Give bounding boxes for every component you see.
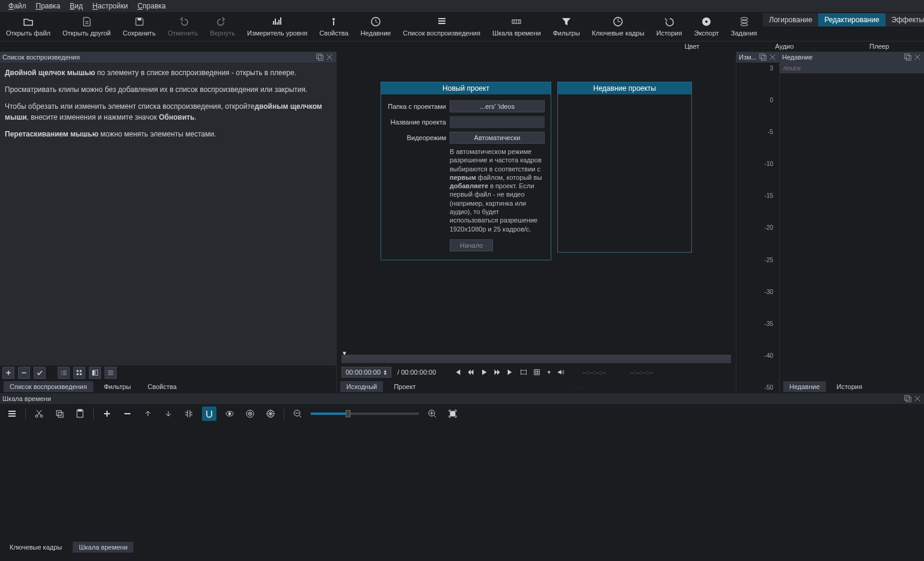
filters-button[interactable]: Фильтры <box>547 12 586 41</box>
playlist-view-icons-icon[interactable] <box>89 367 101 379</box>
timecode-input[interactable]: 00:00:00:00 ▲▼ <box>341 367 391 378</box>
paste-icon[interactable] <box>73 406 87 421</box>
db-tick: -40 <box>736 352 777 359</box>
playlist-view-list-icon[interactable] <box>105 367 117 379</box>
playlist-button[interactable]: Список воспроизведения <box>397 12 486 41</box>
zoom-slider[interactable] <box>311 412 419 415</box>
mode-tab-effects[interactable]: Эффекты <box>886 13 924 26</box>
ripple-icon[interactable] <box>243 406 257 421</box>
skip-end-icon[interactable] <box>507 369 514 376</box>
menu-справка[interactable]: Справка <box>133 1 171 11</box>
scrubber[interactable]: ▼ <box>337 349 736 364</box>
center-tab-project[interactable]: Проект <box>388 381 421 392</box>
overwrite-icon[interactable] <box>161 406 176 421</box>
cut-icon[interactable] <box>32 406 46 421</box>
footer-tab-timeline[interactable]: Шкала времени <box>73 542 133 553</box>
footer-tab-keyframes[interactable]: Ключевые кадры <box>4 542 68 553</box>
playlist-add-button[interactable] <box>2 367 14 379</box>
menu-вид[interactable]: Вид <box>65 1 88 11</box>
timeline-menu-icon[interactable] <box>5 406 19 421</box>
panel-float-icon[interactable] <box>904 394 912 403</box>
export-button[interactable]: Экспорт <box>688 12 724 41</box>
svg-rect-25 <box>906 397 911 402</box>
remove-icon[interactable] <box>120 406 135 421</box>
menu-файл[interactable]: Файл <box>4 1 31 11</box>
copy-icon[interactable] <box>52 406 67 421</box>
properties-button[interactable]: Свойства <box>313 12 354 41</box>
left-tab-playlist[interactable]: Список воспроизведения <box>4 381 93 392</box>
center-tab-source[interactable]: Исходный <box>340 381 383 392</box>
main-toolbar: Открыть файлОткрыть другойСохранитьОтмен… <box>0 12 924 41</box>
scrub-audio-icon[interactable] <box>222 406 237 421</box>
db-tick: -25 <box>736 257 777 263</box>
playlist-view-detailed-icon[interactable] <box>58 367 70 379</box>
new-project-panel: Новый проект Папка с проектами ...ers' '… <box>381 82 551 260</box>
project-name-input[interactable] <box>450 116 545 128</box>
playlist-remove-button[interactable] <box>18 367 30 379</box>
level-meter-button[interactable]: Измеритель уровня <box>241 12 313 41</box>
panel-close-icon[interactable] <box>768 53 777 61</box>
panel-float-icon[interactable] <box>759 53 767 61</box>
step-fwd-icon[interactable] <box>494 369 501 376</box>
append-icon[interactable] <box>100 406 114 421</box>
svg-point-7 <box>705 20 708 23</box>
panel-float-icon[interactable] <box>316 53 324 61</box>
playlist-view-tiles-icon[interactable] <box>73 367 85 379</box>
play-icon[interactable] <box>480 369 488 376</box>
timeline-tracks[interactable] <box>0 423 924 541</box>
panel-close-icon[interactable] <box>325 53 334 61</box>
project-folder-button[interactable]: ...ers' 'ideos <box>450 100 545 112</box>
layout-tab-player[interactable]: Плеер <box>858 41 900 52</box>
volume-icon[interactable] <box>557 369 564 376</box>
jobs-button[interactable]: Задания <box>725 12 763 41</box>
playlist-help-text: Двойной щелчок мышью по элементу в списк… <box>0 63 336 366</box>
split-icon[interactable] <box>182 406 196 421</box>
playlist-update-button[interactable] <box>34 367 46 379</box>
step-back-icon[interactable] <box>467 369 474 376</box>
right-tab-history[interactable]: История <box>831 381 869 392</box>
layout-tab-color[interactable]: Цвет <box>674 41 711 52</box>
redo-button[interactable]: Вернуть <box>204 12 241 41</box>
playlist-title-label: Список воспроизведения <box>2 54 80 61</box>
out-point-label: --:--:--:-- <box>630 369 653 376</box>
panel-float-icon[interactable] <box>904 53 912 61</box>
skip-start-icon[interactable] <box>454 369 461 376</box>
layout-tab-audio[interactable]: Аудио <box>764 41 804 52</box>
timeline-button[interactable]: Шкала времени <box>486 12 547 41</box>
svg-rect-29 <box>58 412 63 417</box>
left-tab-properties[interactable]: Свойства <box>142 381 183 392</box>
video-mode-button[interactable]: Автоматически <box>450 132 545 144</box>
grid-icon[interactable] <box>533 369 540 376</box>
svg-rect-13 <box>77 370 79 372</box>
save-button[interactable]: Сохранить <box>117 12 162 41</box>
zoom-fit-icon[interactable] <box>445 406 460 421</box>
ripple-all-icon[interactable] <box>263 406 278 421</box>
snap-icon[interactable] <box>202 406 216 421</box>
menu-правка[interactable]: Правка <box>31 1 66 11</box>
open-file-button[interactable]: Открыть файл <box>0 12 57 41</box>
start-button[interactable]: Начало <box>450 239 493 251</box>
panel-close-icon[interactable] <box>913 53 922 61</box>
left-tab-filters[interactable]: Фильтры <box>98 381 137 392</box>
open-other-button[interactable]: Открыть другой <box>57 12 117 41</box>
panel-close-icon[interactable] <box>913 394 922 403</box>
zoom-out-icon[interactable] <box>290 406 305 421</box>
svg-rect-15 <box>77 373 79 375</box>
recent-list <box>780 73 924 380</box>
undo-button[interactable]: Отменить <box>162 12 204 41</box>
recent-button[interactable]: Недавние <box>355 12 397 41</box>
zoom-toggle-icon[interactable] <box>520 369 527 376</box>
recent-panel-title: Недавние <box>780 52 924 63</box>
mode-tab-logging[interactable]: Логирование <box>763 13 818 26</box>
mode-tab-editing[interactable]: Редактирование <box>818 13 885 26</box>
svg-rect-12 <box>318 55 323 60</box>
footer-tabs: Ключевые кадрыШкала времени <box>0 541 924 554</box>
right-tab-recent[interactable]: Недавние <box>783 381 826 392</box>
keyframes-button[interactable]: Ключевые кадры <box>586 12 650 41</box>
svg-point-33 <box>228 412 231 415</box>
lift-icon[interactable] <box>141 406 155 421</box>
zoom-in-icon[interactable] <box>425 406 439 421</box>
history-button[interactable]: История <box>650 12 688 41</box>
menu-настройки[interactable]: Настройки <box>88 1 133 11</box>
recent-search-input[interactable] <box>780 63 924 73</box>
